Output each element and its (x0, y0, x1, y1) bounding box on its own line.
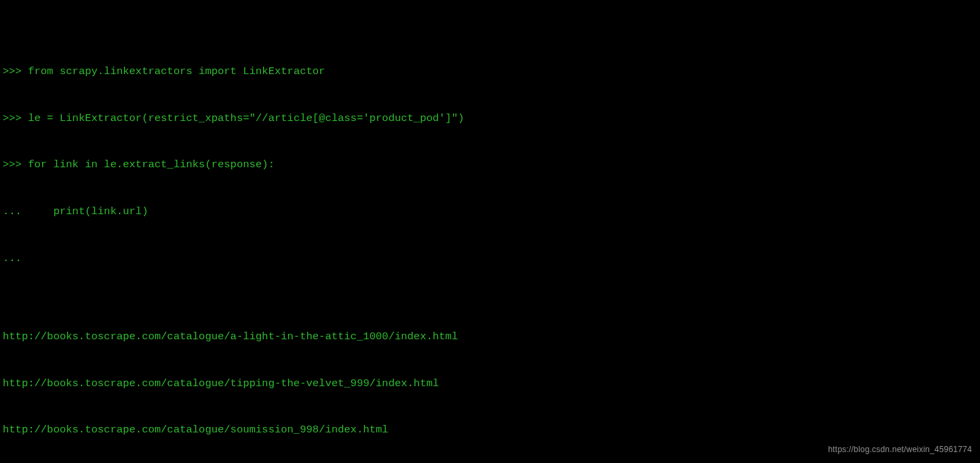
watermark-text: https://blog.csdn.net/weixin_45961774 (828, 444, 972, 456)
prompt-continuation: ... (3, 252, 22, 264)
code-text: le = LinkExtractor(restrict_xpaths="//ar… (28, 112, 464, 124)
code-text: print(link.url) (28, 205, 148, 218)
input-line: >>> from scrapy.linkextractors import Li… (3, 64, 977, 80)
prompt-primary: >>> (3, 112, 22, 124)
prompt-primary: >>> (3, 158, 22, 171)
input-line: ... print(link.url) (3, 204, 977, 220)
prompt-primary: >>> (3, 65, 22, 78)
terminal[interactable]: >>> from scrapy.linkextractors import Li… (3, 1, 977, 463)
output-url: http://books.toscrape.com/catalogue/tipp… (3, 376, 977, 392)
input-line: >>> le = LinkExtractor(restrict_xpaths="… (3, 111, 977, 126)
code-text: from scrapy.linkextractors import LinkEx… (28, 65, 325, 78)
output-url: http://books.toscrape.com/catalogue/a-li… (3, 329, 977, 345)
code-text: for link in le.extract_links(response): (28, 158, 275, 171)
input-line: ... (3, 251, 977, 267)
prompt-continuation: ... (3, 205, 22, 218)
output-url: http://books.toscrape.com/catalogue/soum… (3, 422, 977, 438)
input-line: >>> for link in le.extract_links(respons… (3, 157, 977, 173)
